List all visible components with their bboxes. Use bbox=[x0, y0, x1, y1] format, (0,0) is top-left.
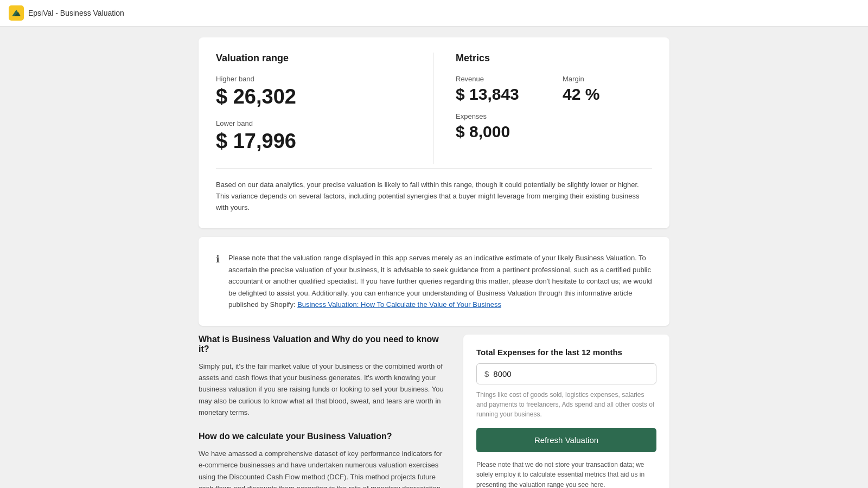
margin-value: 42 % bbox=[563, 85, 652, 104]
revenue-metric: Revenue $ 13,843 bbox=[456, 75, 545, 104]
metrics-grid: Revenue $ 13,843 Margin 42 % Expenses $ … bbox=[456, 75, 652, 141]
expenses-label: Expenses bbox=[456, 112, 545, 120]
metrics-title: Metrics bbox=[456, 53, 652, 64]
higher-band-label: Higher band bbox=[216, 75, 416, 83]
main-content: Valuation range Higher band $ 26,302 Low… bbox=[190, 27, 678, 488]
notice-text: Please note that the valuation range dis… bbox=[228, 252, 652, 310]
expenses-metric: Expenses $ 8,000 bbox=[456, 112, 545, 141]
expenses-input-title: Total Expenses for the last 12 months bbox=[476, 348, 656, 357]
privacy-text: Please note that we do not store your tr… bbox=[476, 460, 656, 488]
paragraph-how-calculate: We have amassed a comprehensive dataset … bbox=[199, 448, 450, 488]
topbar: EpsiVal - Business Valuation bbox=[0, 0, 868, 27]
expense-hint-text: Things like cost of goods sold, logistic… bbox=[476, 390, 656, 419]
margin-label: Margin bbox=[563, 75, 652, 83]
currency-symbol: $ bbox=[484, 369, 489, 378]
paragraph-what-is-bv: Simply put, it's the fair market value o… bbox=[199, 361, 450, 419]
info-content: What is Business Valuation and Why do yo… bbox=[199, 335, 450, 488]
revenue-label: Revenue bbox=[456, 75, 545, 83]
expense-input-wrapper[interactable]: $ bbox=[476, 363, 656, 384]
expense-input[interactable] bbox=[493, 369, 648, 378]
shopify-article-link[interactable]: Business Valuation: How To Calculate the… bbox=[297, 300, 501, 309]
valuation-left: Valuation range Higher band $ 26,302 Low… bbox=[216, 53, 434, 164]
lower-band-label: Lower band bbox=[216, 119, 416, 127]
expenses-value: $ 8,000 bbox=[456, 123, 545, 141]
logo-icon bbox=[9, 5, 24, 21]
heading-what-is-bv: What is Business Valuation and Why do yo… bbox=[199, 335, 450, 354]
valuation-range-card: Valuation range Higher band $ 26,302 Low… bbox=[199, 37, 669, 228]
lower-band-value: $ 17,996 bbox=[216, 130, 416, 153]
valuation-right: Metrics Revenue $ 13,843 Margin 42 % Exp… bbox=[434, 53, 652, 164]
valuation-card-grid: Valuation range Higher band $ 26,302 Low… bbox=[216, 53, 652, 164]
refresh-valuation-button[interactable]: Refresh Valuation bbox=[476, 428, 656, 452]
heading-how-calculate: How do we calculate your Business Valuat… bbox=[199, 432, 450, 441]
higher-band-value: $ 26,302 bbox=[216, 85, 416, 108]
right-input-card: Total Expenses for the last 12 months $ … bbox=[463, 335, 669, 488]
notice-card: ℹ Please note that the valuation range d… bbox=[199, 237, 669, 325]
bottom-section: What is Business Valuation and Why do yo… bbox=[199, 335, 669, 488]
app-title: EpsiVal - Business Valuation bbox=[28, 9, 124, 17]
valuation-range-title: Valuation range bbox=[216, 53, 416, 64]
margin-metric: Margin 42 % bbox=[563, 75, 652, 104]
revenue-value: $ 13,843 bbox=[456, 85, 545, 104]
valuation-description: Based on our data analytics, your precis… bbox=[216, 168, 652, 213]
info-icon: ℹ bbox=[216, 253, 220, 265]
